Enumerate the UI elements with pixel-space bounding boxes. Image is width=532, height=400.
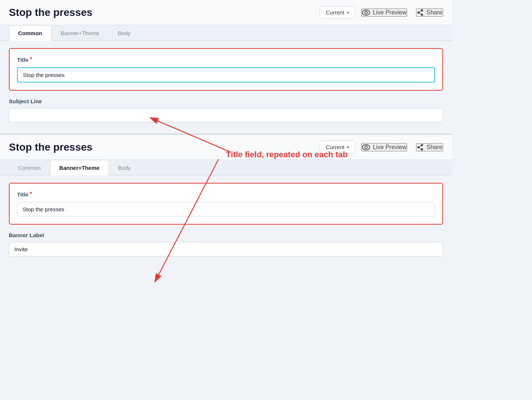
live-preview-button-2[interactable]: Live Preview bbox=[361, 143, 408, 151]
svg-point-2 bbox=[362, 145, 370, 150]
tabs-bar-1: Common Banner+Theme Body bbox=[0, 25, 452, 41]
tab-banner-theme-1[interactable]: Banner+Theme bbox=[51, 25, 109, 41]
page-title-1: Stop the presses bbox=[9, 7, 314, 19]
tabs-bar-2: Common Banner+Theme Body bbox=[0, 160, 452, 175]
required-star-2: * bbox=[30, 191, 32, 198]
banner-label-section: Banner Label bbox=[9, 232, 443, 260]
share-icon-1 bbox=[417, 9, 423, 16]
eye-icon-1 bbox=[362, 10, 370, 16]
panel-1-content: Title * Subject Line bbox=[0, 41, 452, 134]
share-button-1[interactable]: Share bbox=[416, 9, 443, 17]
tab-common-1[interactable]: Common bbox=[9, 25, 51, 41]
subject-input-1[interactable] bbox=[9, 108, 443, 122]
banner-label-input[interactable] bbox=[9, 242, 443, 256]
tab-common-2[interactable]: Common bbox=[9, 160, 50, 175]
title-section-2: Title * bbox=[9, 183, 443, 225]
panel-2-header: Stop the presses Current ▾ Live Preview bbox=[0, 135, 452, 160]
current-dropdown-2[interactable]: Current ▾ bbox=[320, 141, 355, 154]
chevron-down-icon-2: ▾ bbox=[347, 145, 349, 150]
current-dropdown-1[interactable]: Current ▾ bbox=[320, 6, 355, 19]
chevron-down-icon-1: ▾ bbox=[347, 10, 349, 15]
tab-body-2[interactable]: Body bbox=[109, 160, 140, 175]
title-label-2: Title * bbox=[17, 191, 435, 198]
live-preview-button-1[interactable]: Live Preview bbox=[361, 9, 408, 17]
required-star-1: * bbox=[30, 56, 32, 63]
header-actions-2: Live Preview Share bbox=[361, 143, 443, 151]
panel-2: Stop the presses Current ▾ Live Preview bbox=[0, 134, 452, 268]
tab-banner-theme-2[interactable]: Banner+Theme bbox=[50, 160, 109, 175]
title-section-1: Title * bbox=[9, 48, 443, 91]
share-icon-2 bbox=[417, 144, 423, 151]
svg-point-1 bbox=[365, 11, 367, 14]
tab-body-1[interactable]: Body bbox=[109, 25, 140, 41]
panel-1: Stop the presses Current ▾ Live Preview bbox=[0, 0, 452, 134]
panel-2-content: Title * Banner Label bbox=[0, 175, 452, 268]
page-title-2: Stop the presses bbox=[9, 141, 314, 153]
svg-point-3 bbox=[365, 146, 367, 148]
share-button-2[interactable]: Share bbox=[416, 143, 443, 151]
header-actions-1: Live Preview Share bbox=[361, 9, 443, 17]
title-input-1[interactable] bbox=[17, 67, 435, 83]
title-input-2[interactable] bbox=[17, 202, 435, 216]
eye-icon-2 bbox=[362, 144, 370, 150]
svg-point-0 bbox=[362, 10, 370, 15]
subject-section-1: Subject Line bbox=[9, 98, 443, 126]
panel-1-header: Stop the presses Current ▾ Live Preview bbox=[0, 0, 452, 25]
title-label-1: Title * bbox=[17, 56, 435, 63]
